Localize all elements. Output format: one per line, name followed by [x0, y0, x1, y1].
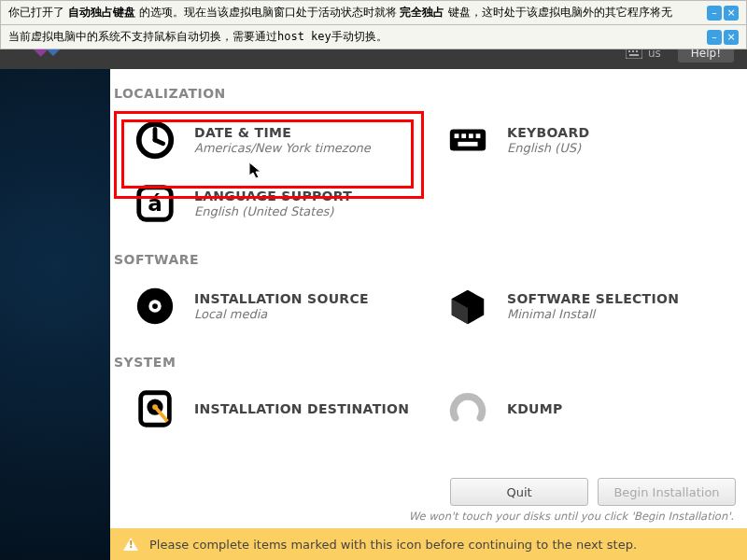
section-software: SOFTWARE	[114, 252, 736, 267]
spoke-title: INSTALLATION DESTINATION	[194, 401, 409, 416]
kdump-icon	[445, 386, 490, 431]
sidebar	[0, 69, 110, 560]
action-buttons: Quit Begin Installation	[450, 478, 736, 506]
quit-button[interactable]: Quit	[450, 478, 588, 506]
spoke-kdump[interactable]: KDUMP	[423, 377, 736, 441]
harddrive-icon	[133, 386, 177, 431]
svg-rect-8	[629, 54, 639, 56]
svg-rect-17	[458, 142, 477, 147]
spoke-installation-destination[interactable]: INSTALLATION DESTINATION	[110, 377, 423, 441]
vbox-close-icon[interactable]: ×	[724, 30, 739, 45]
disc-icon	[133, 284, 177, 329]
keyboard-icon	[445, 118, 490, 162]
spoke-status: Minimal Install	[507, 307, 679, 321]
svg-rect-7	[636, 50, 638, 52]
clock-icon	[133, 118, 177, 162]
spoke-keyboard[interactable]: KEYBOARD English (US)	[423, 108, 736, 172]
section-localization: LOCALIZATION	[114, 86, 736, 101]
vbox-notice-2: 当前虚拟电脑中的系统不支持鼠标自动切换，需要通过host key手动切换。 – …	[0, 25, 747, 49]
installation-summary: LOCALIZATION DATE & TIME Americas/New Yo…	[110, 69, 747, 528]
package-icon	[445, 284, 490, 329]
svg-rect-13	[455, 133, 459, 138]
svg-rect-14	[461, 133, 466, 138]
svg-point-22	[152, 303, 158, 309]
svg-text:á: á	[148, 191, 162, 216]
warning-triangle-icon	[123, 538, 138, 551]
section-system: SYSTEM	[114, 355, 736, 370]
svg-rect-5	[628, 50, 630, 52]
svg-line-11	[155, 140, 163, 144]
vbox-minimize-icon[interactable]: –	[707, 30, 722, 45]
spoke-status: Americas/New York timezone	[194, 141, 371, 155]
svg-rect-16	[476, 133, 481, 138]
spoke-title: KEYBOARD	[507, 125, 589, 140]
begin-installation-button[interactable]: Begin Installation	[598, 478, 736, 506]
vbox-close-icon[interactable]: ×	[724, 6, 739, 21]
spoke-status: English (United States)	[194, 204, 352, 218]
disk-hint: We won't touch your disks until you clic…	[409, 510, 734, 523]
spoke-status: Local media	[194, 307, 369, 321]
spoke-title: SOFTWARE SELECTION	[507, 291, 679, 306]
spoke-status: English (US)	[507, 141, 589, 155]
svg-rect-6	[632, 50, 634, 52]
warning-text: Please complete items marked with this i…	[149, 538, 637, 552]
language-icon: á	[133, 181, 177, 226]
spoke-datetime[interactable]: DATE & TIME Americas/New York timezone	[110, 108, 423, 172]
spoke-title: DATE & TIME	[194, 125, 371, 140]
warning-bar[interactable]: Please complete items marked with this i…	[110, 528, 747, 560]
spoke-title: KDUMP	[507, 401, 563, 416]
svg-rect-15	[469, 133, 473, 138]
spoke-installation-source[interactable]: INSTALLATION SOURCE Local media	[110, 274, 423, 338]
svg-rect-12	[450, 130, 486, 151]
spoke-language[interactable]: á LANGUAGE SUPPORT English (United State…	[110, 172, 423, 235]
spoke-software-selection[interactable]: SOFTWARE SELECTION Minimal Install	[423, 274, 736, 338]
spoke-title: LANGUAGE SUPPORT	[194, 189, 352, 203]
spoke-title: INSTALLATION SOURCE	[194, 291, 369, 306]
vbox-notice-1: 你已打开了 自动独占键盘 的选项。现在当该虚拟电脑窗口处于活动状态时就将 完全独…	[0, 0, 747, 25]
vbox-minimize-icon[interactable]: –	[707, 6, 722, 21]
